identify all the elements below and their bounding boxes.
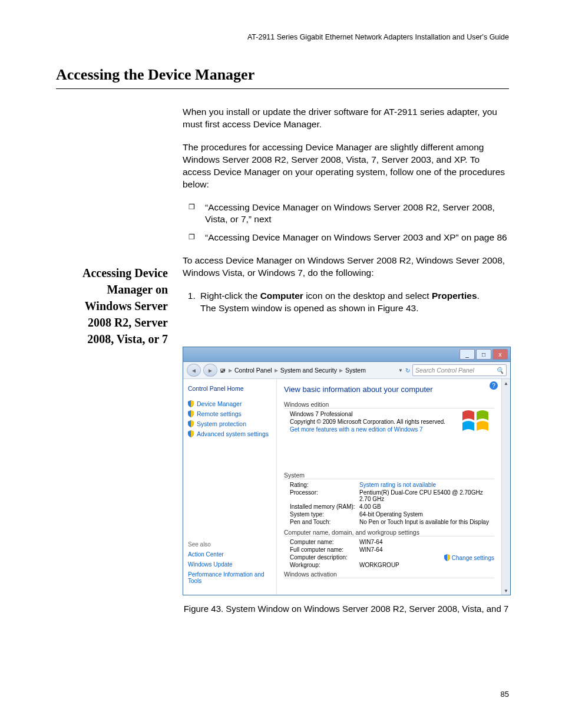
ram-value: 4.00 GB [359, 503, 494, 510]
main-pane: ? View basic information about your comp… [276, 379, 501, 595]
scroll-down-icon[interactable]: ▼ [502, 587, 510, 595]
rating-value-link[interactable]: System rating is not available [359, 482, 494, 488]
windows-update-link[interactable]: Windows Update [188, 561, 272, 568]
step-bold: Properties [432, 291, 477, 301]
computer-icon: 🖳 [220, 367, 226, 374]
intro-paragraph-2: The procedures for accessing Device Mana… [183, 141, 509, 191]
pen-touch-value: No Pen or Touch Input is available for t… [359, 519, 494, 525]
system-type-value: 64-bit Operating System [359, 511, 494, 518]
rating-key: Rating: [290, 482, 359, 488]
address-bar: ◄ ► 🖳 ▶ Control Panel ▶ System and Secur… [183, 362, 510, 379]
chevron-right-icon: ▶ [339, 368, 343, 373]
side-heading: Accessing Device Manager on Windows Serv… [59, 265, 168, 347]
action-center-link[interactable]: Action Center [188, 551, 272, 558]
system-label: System [284, 472, 494, 479]
change-settings-label: Change settings [452, 555, 494, 561]
system-window: _ □ x ◄ ► 🖳 ▶ Control Panel ▶ System and… [183, 347, 511, 595]
section-intro: To access Device Manager on Windows Serv… [183, 255, 509, 279]
forward-button[interactable]: ► [203, 364, 217, 377]
windows-logo-icon [460, 407, 493, 433]
processor-key: Processor: [290, 489, 359, 502]
step-item: Right-click the Computer icon on the des… [198, 290, 509, 315]
procedure-list: “Accessing Device Manager on Windows Ser… [189, 202, 509, 245]
running-header: AT-2911 Series Gigabit Ethernet Network … [247, 33, 509, 41]
search-icon: 🔍 [496, 367, 504, 374]
workgroup-key: Workgroup: [290, 562, 359, 568]
processor-value: Pentium(R) Dual-Core CPU E5400 @ 2.70GHz… [359, 489, 494, 502]
remote-settings-link[interactable]: Remote settings [188, 410, 272, 417]
search-input[interactable]: Search Control Panel 🔍 [412, 364, 507, 376]
chevron-right-icon: ▶ [275, 368, 278, 373]
step-bold: Computer [260, 291, 303, 301]
page-number: 85 [501, 690, 509, 699]
ram-key: Installed memory (RAM): [290, 503, 359, 510]
computer-name-section-label: Computer name, domain, and workgroup set… [284, 529, 494, 536]
maximize-button[interactable]: □ [476, 349, 491, 360]
performance-info-link[interactable]: Performance Information and Tools [188, 571, 272, 584]
dropdown-icon[interactable]: ▼ [398, 368, 403, 373]
computer-name-value: WIN7-64 [359, 539, 494, 545]
breadcrumb-segment[interactable]: Control Panel [234, 367, 272, 374]
main-heading: View basic information about your comput… [284, 385, 494, 394]
pen-touch-key: Pen and Touch: [290, 519, 359, 525]
step-text: icon on the desktop and select [303, 291, 432, 301]
shield-icon [188, 420, 194, 427]
device-manager-link[interactable]: Device Manager [188, 400, 272, 407]
shield-icon [188, 410, 194, 417]
computer-description-key: Computer description: [290, 554, 359, 561]
scroll-up-icon[interactable]: ▲ [502, 379, 510, 387]
step-text: . [477, 291, 480, 301]
intro-paragraph-1: When you install or update the driver so… [183, 106, 509, 131]
refresh-icon[interactable]: ↻ [405, 367, 410, 374]
step-result: The System window is opened as shown in … [200, 302, 509, 315]
step-text: Right-click the [200, 291, 260, 301]
close-button[interactable]: x [492, 349, 508, 360]
body-column: When you install or update the driver so… [183, 106, 509, 325]
full-computer-name-key: Full computer name: [290, 546, 359, 553]
minimize-button[interactable]: _ [459, 349, 475, 360]
full-computer-name-value: WIN7-64 [359, 546, 494, 553]
control-panel-home-link[interactable]: Control Panel Home [188, 385, 272, 392]
shield-icon [188, 430, 194, 437]
link-label: Remote settings [197, 410, 242, 417]
breadcrumb[interactable]: 🖳 ▶ Control Panel ▶ System and Security … [220, 367, 396, 374]
page-title: Accessing the Device Manager [56, 66, 509, 89]
step-list: Right-click the Computer icon on the des… [183, 290, 509, 315]
help-icon[interactable]: ? [490, 381, 498, 390]
advanced-settings-link[interactable]: Advanced system settings [188, 430, 272, 437]
chevron-right-icon: ▶ [229, 368, 232, 373]
side-pane: Control Panel Home Device Manager Remote… [183, 379, 276, 595]
search-placeholder: Search Control Panel [415, 367, 474, 374]
change-settings-link[interactable]: Change settings [444, 554, 494, 561]
procedure-list-item: “Accessing Device Manager on Windows Ser… [189, 232, 509, 244]
figure-43: _ □ x ◄ ► 🖳 ▶ Control Panel ▶ System and… [183, 347, 510, 614]
link-label: System protection [197, 420, 246, 427]
system-protection-link[interactable]: System protection [188, 420, 272, 427]
link-label: Advanced system settings [197, 430, 269, 437]
window-titlebar: _ □ x [183, 347, 510, 362]
system-type-key: System type: [290, 511, 359, 518]
procedure-list-item: “Accessing Device Manager on Windows Ser… [189, 202, 509, 226]
breadcrumb-segment[interactable]: System and Security [280, 367, 337, 374]
workgroup-value: WORKGROUP [359, 562, 494, 568]
back-button[interactable]: ◄ [187, 364, 201, 377]
computer-name-key: Computer name: [290, 539, 359, 545]
vertical-scrollbar[interactable]: ▲ ▼ [501, 379, 510, 595]
shield-icon [188, 400, 194, 407]
shield-icon [444, 554, 450, 561]
see-also-label: See also [188, 541, 272, 548]
windows-activation-label: Windows activation [284, 571, 494, 578]
breadcrumb-segment[interactable]: System [345, 367, 366, 374]
figure-caption: Figure 43. System Window on Windows Serv… [183, 604, 510, 614]
link-label: Device Manager [197, 400, 242, 407]
window-body: Control Panel Home Device Manager Remote… [183, 379, 510, 595]
